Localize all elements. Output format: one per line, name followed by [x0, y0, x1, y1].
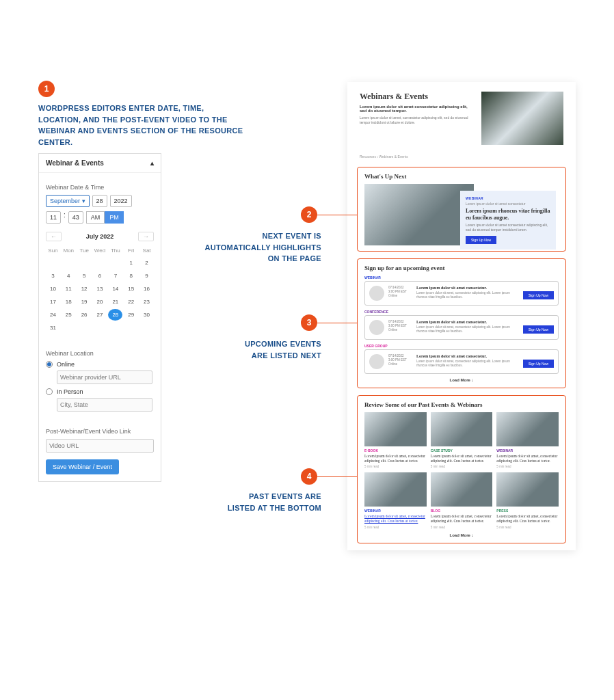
cal-dow: Mon	[62, 245, 76, 256]
cal-day[interactable]: 27	[93, 309, 107, 321]
editor-header[interactable]: Webinar & Events ▴	[39, 154, 161, 173]
date-section-label: Webinar Date & Time	[46, 184, 154, 191]
online-radio[interactable]: Online	[46, 361, 154, 368]
cal-day[interactable]: 5	[77, 270, 92, 282]
cal-day[interactable]: 1	[124, 257, 138, 269]
month-select[interactable]: September ▾	[46, 195, 90, 207]
step-badge-2: 2	[301, 206, 317, 223]
cal-day[interactable]: 15	[124, 283, 138, 295]
next-event-section: What's Up Next WEBINAR Lorem ipsum dolor…	[357, 167, 566, 252]
past-card[interactable]: PRESSLorem ipsum dolor sit amet, consect…	[496, 472, 559, 528]
step-badge-3: 3	[301, 314, 317, 331]
page-intro: Lorem ipsum dolor sit amet, consectetur …	[360, 116, 475, 125]
cal-day[interactable]: 25	[62, 309, 76, 321]
cal-day[interactable]: 20	[93, 296, 107, 308]
event-meta: 07/14/20223:00 PM ESTOnline	[388, 286, 412, 298]
cal-day[interactable]: 18	[62, 296, 76, 308]
event-desc: Lorem ipsum dolor sit amet, consectetur …	[416, 360, 519, 368]
cal-day[interactable]: 19	[77, 296, 92, 308]
past-card[interactable]: BLOGLorem ipsum dolor sit amet, consecte…	[431, 472, 493, 528]
event-desc: Lorem ipsum dolor sit amet, consectetur …	[416, 291, 519, 300]
card-image	[431, 412, 493, 446]
cal-day[interactable]: 14	[108, 283, 122, 295]
cal-dow: Thu	[108, 245, 122, 256]
load-more-button[interactable]: Load More ↓	[364, 533, 559, 537]
calendar-widget: ← July 2022 → SunMonTueWedThuFriSat12345…	[46, 232, 154, 334]
time-colon: :	[64, 211, 66, 224]
signup-button[interactable]: Sign Up Now	[523, 325, 554, 334]
cal-day	[108, 257, 122, 269]
city-state-input[interactable]	[57, 398, 152, 412]
cal-day[interactable]: 24	[46, 309, 60, 321]
cal-prev-button[interactable]: ←	[46, 232, 62, 241]
card-image	[364, 412, 427, 446]
cal-day[interactable]: 13	[93, 283, 107, 295]
connector-3	[317, 323, 357, 323]
video-url-input[interactable]	[46, 439, 154, 453]
cal-day[interactable]: 9	[139, 270, 154, 282]
cal-day[interactable]: 21	[108, 296, 122, 308]
event-title: Lorem ipsum dolor sit amet consectetur.	[416, 320, 519, 324]
output-page-preview: Webinars & Events Lorem ipsum dolor sit …	[347, 82, 576, 550]
save-button[interactable]: Save Webinar / Event	[46, 459, 119, 474]
event-category: WEBINAR	[364, 275, 559, 280]
connector-4	[317, 476, 357, 477]
card-image	[496, 412, 559, 446]
hour-input[interactable]: 11	[46, 211, 61, 224]
cal-day[interactable]: 12	[77, 283, 92, 295]
avatar	[369, 354, 384, 369]
past-card[interactable]: WEBINARLorem ipsum dolor sit amet, conse…	[496, 412, 559, 468]
next-title: Lorem ipsum rhoncus vitae fringilla eu f…	[466, 208, 550, 221]
cal-day[interactable]: 11	[62, 283, 76, 295]
past-card[interactable]: WEBINARLorem ipsum dolor sit amet, conse…	[364, 472, 427, 528]
caption-2: NEXT EVENT IS AUTOMATICALLY HIGHLIGHTS O…	[198, 230, 321, 265]
next-kicker: Lorem ipsum dolor sit amet consectetur	[466, 202, 550, 206]
page-subtitle: Lorem ipsum dolor sit amet consectetur a…	[360, 105, 475, 113]
inperson-radio[interactable]: In Person	[46, 388, 154, 395]
cal-day[interactable]: 2	[139, 257, 154, 269]
location-section-label: Webinar Location	[46, 350, 154, 357]
cal-day[interactable]: 4	[62, 270, 76, 282]
event-card: 07/14/20223:00 PM ESTOnline Lorem ipsum …	[364, 315, 559, 340]
cal-day[interactable]: 7	[108, 270, 122, 282]
cal-day[interactable]: 26	[77, 309, 92, 321]
cal-day[interactable]: 30	[139, 309, 154, 321]
page-title: Webinars & Events	[360, 92, 475, 102]
cal-day[interactable]: 23	[139, 296, 154, 308]
signup-button[interactable]: Sign Up Now	[523, 291, 554, 299]
past-card[interactable]: CASE STUDYLorem ipsum dolor sit amet, co…	[431, 412, 493, 468]
cal-day[interactable]: 29	[124, 309, 138, 321]
next-description: Lorem ipsum dolor sit amet consectetur a…	[466, 223, 550, 232]
breadcrumb[interactable]: Resources › Webinars & Events	[347, 152, 576, 161]
cal-next-button[interactable]: →	[138, 232, 154, 241]
pm-button[interactable]: PM	[105, 211, 124, 224]
cal-day[interactable]: 17	[46, 296, 60, 308]
past-card[interactable]: E-BOOKLorem ipsum dolor sit amet, consec…	[364, 412, 427, 468]
cal-day[interactable]: 22	[124, 296, 138, 308]
cal-day[interactable]: 28	[108, 309, 122, 321]
past-heading: Review Some of our Past Events & Webinar…	[364, 401, 559, 408]
signup-button[interactable]: Sign Up Now	[466, 236, 496, 244]
next-heading: What's Up Next	[364, 173, 559, 180]
avatar	[369, 320, 384, 335]
day-input[interactable]: 28	[92, 195, 107, 207]
cal-day[interactable]: 16	[139, 283, 154, 295]
cal-day[interactable]: 3	[46, 270, 60, 282]
load-more-button[interactable]: Load More ↓	[364, 378, 559, 382]
cal-day	[46, 257, 60, 269]
cal-dow: Tue	[77, 245, 92, 256]
cal-day[interactable]: 31	[46, 322, 60, 334]
minute-input[interactable]: 43	[68, 211, 83, 224]
year-input[interactable]: 2022	[110, 195, 132, 207]
cal-dow: Sun	[46, 245, 60, 256]
signup-button[interactable]: Sign Up Now	[523, 360, 554, 368]
event-card: 07/14/20223:00 PM ESTOnline Lorem ipsum …	[364, 281, 559, 306]
cal-day[interactable]: 6	[93, 270, 107, 282]
am-button[interactable]: AM	[86, 211, 105, 224]
online-url-input[interactable]	[57, 371, 152, 384]
chevron-up-icon: ▴	[150, 159, 154, 167]
cal-day[interactable]: 10	[46, 283, 60, 295]
next-category: WEBINAR	[466, 196, 550, 200]
cal-day[interactable]: 8	[124, 270, 138, 282]
card-image	[364, 472, 427, 507]
